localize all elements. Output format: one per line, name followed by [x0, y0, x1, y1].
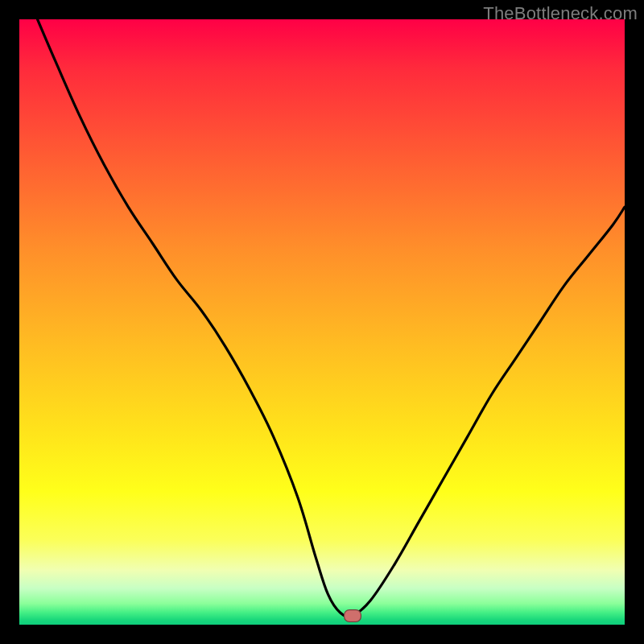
plot-area	[19, 19, 625, 625]
chart-stage: TheBottleneck.com	[0, 0, 644, 644]
optimal-point-marker	[344, 609, 361, 622]
bottleneck-curve	[19, 19, 625, 625]
